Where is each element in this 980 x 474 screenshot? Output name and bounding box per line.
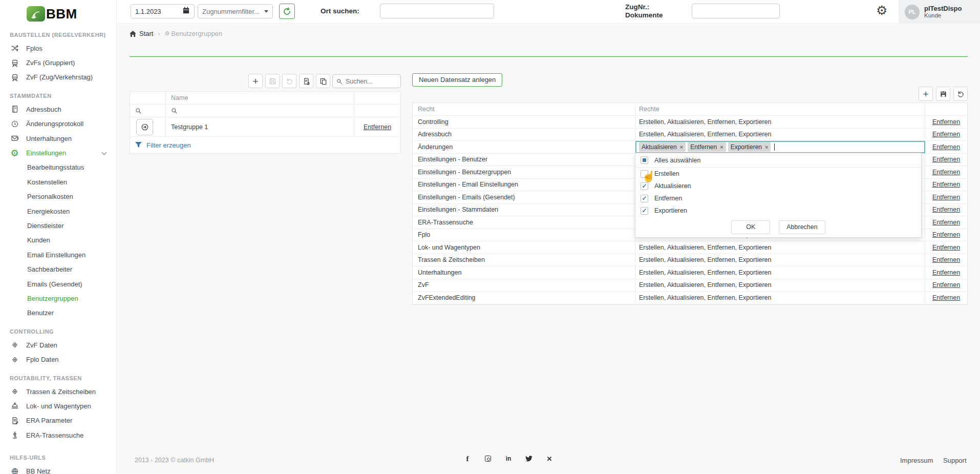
breadcrumb-start[interactable]: Start (130, 30, 153, 37)
sidebar-item-zvf-zug-verkehrstag[interactable]: ZvF (Zug/Verkehrstag) (0, 70, 116, 85)
groups-search-box[interactable] (332, 74, 401, 88)
entfernen-link[interactable]: Entfernen (932, 156, 960, 163)
recht-cell[interactable]: Einstellungen - Benutzergruppen (413, 166, 635, 178)
calendar-icon[interactable] (182, 7, 190, 16)
settings-gear-icon[interactable]: ⚙ (876, 4, 887, 17)
ort-suchen-input[interactable] (380, 4, 494, 18)
tag-entfernen[interactable]: Entfernen× (688, 142, 726, 152)
sidebar-item-personalkosten[interactable]: Personalkosten (0, 190, 116, 204)
chevron-down-icon[interactable] (264, 10, 268, 13)
recht-cell[interactable]: Einstellungen - Benutzer (413, 154, 635, 166)
add-row-button[interactable]: + (248, 74, 263, 88)
add-row-button[interactable]: + (919, 87, 933, 101)
sidebar-item-bearbeitungsstatus[interactable]: Bearbeitungsstatus (0, 160, 116, 175)
groups-filter-icon-cell[interactable] (130, 105, 166, 117)
open-group-button[interactable] (136, 119, 153, 135)
rechte-header[interactable]: Rechte (635, 103, 925, 115)
sidebar-item-trassen-zeitscheiben[interactable]: Trassen & Zeitscheiben (0, 384, 116, 399)
groups-search-input[interactable] (346, 78, 397, 85)
export-button[interactable] (299, 74, 313, 88)
impressum-link[interactable]: Impressum (900, 457, 933, 464)
new-datensatz-button[interactable]: Neuen Datensatz anlegen (412, 73, 502, 87)
train-number-filter[interactable] (198, 4, 273, 18)
recht-cell[interactable]: Unterhaltungen (413, 266, 635, 279)
sidebar-item-bb-netz[interactable]: BB Netz (0, 464, 116, 474)
exportieren-checkbox[interactable] (641, 207, 648, 215)
entfernen-link[interactable]: Entfernen (932, 194, 960, 201)
groups-filter-name-cell[interactable] (166, 105, 354, 117)
sidebar-item-zvf-daten[interactable]: ZvF Daten (0, 338, 116, 352)
rechte-cell[interactable]: Erstellen, Aktualisieren, Entfernen, Exp… (635, 116, 925, 128)
cancel-button[interactable]: Abbrechen (779, 220, 825, 234)
entfernen-link[interactable]: Entfernen (932, 206, 960, 213)
recht-cell[interactable]: Trassen & Zeitscheiben (413, 254, 635, 266)
recht-cell[interactable]: ZvFExtendedEditing (413, 292, 635, 304)
linkedin-icon[interactable]: in (504, 455, 513, 463)
app-logo[interactable]: BBM (27, 4, 116, 24)
recht-cell[interactable]: Adressbuch (413, 129, 635, 141)
support-link[interactable]: Support (943, 457, 967, 464)
sidebar-item-einstellungen[interactable]: ⚙ Einstellungen (0, 146, 116, 160)
rechte-editor-cell[interactable]: Aktualisieren× Entfernen× Exportieren× (635, 141, 925, 153)
sidebar-item-kunden[interactable]: Kunden (0, 233, 116, 248)
zugnr-dokumente-input[interactable] (692, 4, 780, 18)
recht-cell[interactable]: Einstellungen - Email Einstellungen (413, 179, 635, 191)
save-button[interactable] (265, 74, 280, 88)
sidebar-item-fplo-daten[interactable]: Fplo Daten (0, 352, 116, 366)
select-all-option[interactable]: Alles auswählen (635, 153, 921, 168)
option-erstellen[interactable]: Erstellen (635, 168, 921, 180)
group-name-cell[interactable]: Testgruppe 1 (166, 117, 354, 136)
filter-erzeugen-link[interactable]: Filter erzeugen (146, 141, 191, 149)
sidebar-item-fplos[interactable]: Fplos (0, 41, 116, 55)
rechte-cell[interactable]: Erstellen, Aktualisieren, Entfernen, Exp… (635, 129, 925, 141)
x-icon[interactable]: ✕ (545, 455, 553, 463)
sidebar-item-era-trassensuche[interactable]: ERA-Trassensuche (0, 428, 116, 442)
rechte-cell[interactable]: Erstellen, Aktualisieren, Entfernen, Exp… (635, 254, 925, 266)
sidebar-item-sachbearbeiter[interactable]: Sachbearbeiter (0, 262, 116, 276)
select-all-checkbox[interactable] (641, 156, 648, 164)
undo-button[interactable] (282, 74, 296, 88)
remove-tag-icon[interactable]: × (680, 144, 683, 150)
entfernen-link[interactable]: Entfernen (932, 269, 960, 276)
sidebar-item-era-parameter[interactable]: ERA Parameter (0, 414, 116, 428)
undo-button[interactable] (953, 87, 968, 101)
entfernen-link[interactable]: Entfernen (932, 281, 960, 288)
sidebar-item-emails-gesendet[interactable]: Emails (Gesendet) (0, 277, 116, 291)
option-entfernen[interactable]: Entfernen (635, 192, 921, 204)
recht-cell[interactable]: Controlling (413, 116, 635, 128)
sidebar-item-energiekosten[interactable]: Energiekosten (0, 204, 116, 218)
entfernen-link[interactable]: Entfernen (932, 181, 960, 188)
entfernen-link[interactable]: Entfernen (932, 244, 960, 251)
remove-tag-icon[interactable]: × (765, 144, 768, 150)
entfernen-link[interactable]: Entfernen (932, 118, 960, 126)
aktualisieren-checkbox[interactable] (641, 182, 648, 190)
recht-cell[interactable]: Fplo (413, 229, 635, 241)
sidebar-item-aenderungsprotokoll[interactable]: Änderungsprotokoll (0, 117, 116, 131)
rechte-cell[interactable]: Erstellen, Aktualisieren, Entfernen, Exp… (635, 279, 925, 292)
entfernen-link[interactable]: Entfernen (932, 294, 960, 301)
facebook-icon[interactable]: f (463, 455, 472, 463)
sidebar-item-benutzergruppen[interactable]: Benutzergruppen (0, 291, 116, 305)
sidebar-item-unterhaltungen[interactable]: Unterhaltungen (0, 131, 116, 146)
entfernen-link[interactable]: Entfernen (932, 231, 960, 238)
recht-cell[interactable]: Änderungen (413, 141, 635, 153)
recht-header[interactable]: Recht (413, 103, 635, 115)
instagram-icon[interactable] (484, 455, 492, 463)
save-button[interactable] (936, 87, 950, 101)
user-menu[interactable]: PL plTestDispo Kunde (899, 0, 980, 24)
sidebar-item-dienstleister[interactable]: Dienstleister (0, 218, 116, 233)
sidebar-item-zvfs-gruppiert[interactable]: ZvFs (Gruppiert) (0, 55, 116, 70)
sidebar-item-adressbuch[interactable]: Adressbuch (0, 102, 116, 116)
entfernen-checkbox[interactable] (641, 195, 648, 202)
recht-cell[interactable]: ERA-Trassensuche (413, 216, 635, 229)
rechte-cell[interactable]: Erstellen, Aktualisieren, Entfernen, Exp… (635, 241, 925, 254)
entfernen-link[interactable]: Entfernen (932, 169, 960, 176)
groups-header-name[interactable]: Name (166, 92, 354, 104)
copy-button[interactable] (316, 74, 330, 88)
entfernen-link[interactable]: Entfernen (364, 123, 391, 131)
tag-aktualisieren[interactable]: Aktualisieren× (639, 142, 686, 152)
entfernen-link[interactable]: Entfernen (932, 131, 960, 138)
entfernen-link[interactable]: Entfernen (932, 219, 960, 226)
recht-cell[interactable]: Lok- und Wagentypen (413, 241, 635, 254)
option-aktualisieren[interactable]: Aktualisieren (635, 180, 921, 192)
